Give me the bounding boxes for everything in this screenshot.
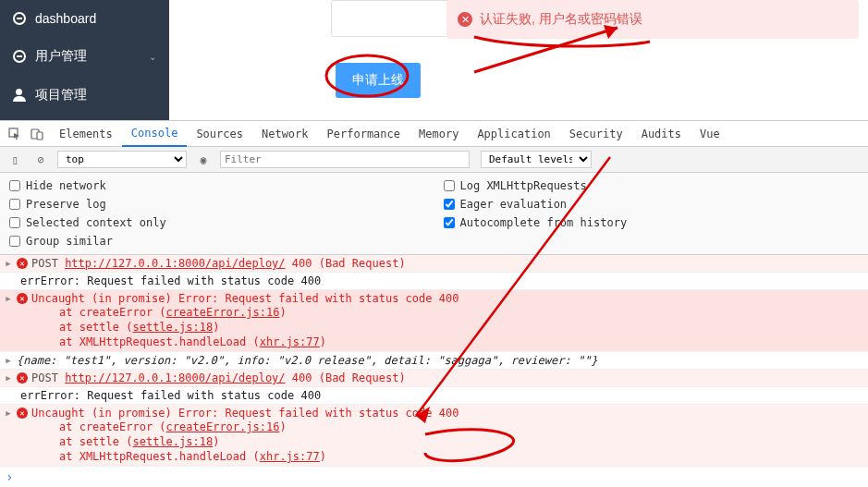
sidebar-item-0[interactable]: dashboard	[0, 0, 169, 37]
checkbox-icon[interactable]	[9, 180, 20, 191]
devtools-panel: ElementsConsoleSourcesNetworkPerformance…	[0, 120, 868, 487]
console-row-0[interactable]: ▶✕POST http://127.0.0.1:8000/api/deploy/…	[0, 255, 868, 273]
console-row-3[interactable]: ▶{name: "test1", version: "v2.0", info: …	[0, 352, 868, 370]
setting-label: Hide network	[26, 179, 106, 192]
checkbox-icon[interactable]	[9, 217, 20, 228]
submit-button[interactable]: 申请上线	[336, 63, 421, 98]
context-select[interactable]: top	[57, 151, 187, 168]
checkbox-icon[interactable]	[9, 199, 20, 210]
error-icon: ✕	[458, 12, 472, 27]
tab-console[interactable]: Console	[122, 121, 188, 147]
chevron-down-icon: ⌄	[149, 52, 156, 62]
tab-sources[interactable]: Sources	[187, 121, 252, 147]
console-row-5[interactable]: errError: Request failed with status cod…	[0, 387, 868, 405]
tab-elements[interactable]: Elements	[50, 121, 122, 147]
checkbox-icon[interactable]	[444, 180, 455, 191]
sidebar-item-1[interactable]: 用户管理⌄	[0, 37, 169, 76]
console-row-4[interactable]: ▶✕POST http://127.0.0.1:8000/api/deploy/…	[0, 370, 868, 387]
inspect-icon[interactable]	[6, 125, 24, 143]
devtools-tabs: ElementsConsoleSourcesNetworkPerformance…	[0, 121, 868, 147]
clear-console-icon[interactable]: ⊘	[31, 151, 50, 169]
checkbox-icon[interactable]	[444, 199, 455, 210]
setting-label: Preserve log	[26, 198, 106, 211]
alert-error: ✕ 认证失败, 用户名或密码错误	[446, 0, 859, 39]
tab-application[interactable]: Application	[468, 121, 559, 147]
console-row-1[interactable]: errError: Request failed with status cod…	[0, 273, 868, 290]
alert-text: 认证失败, 用户名或密码错误	[480, 11, 642, 28]
checkbox-icon[interactable]	[9, 236, 20, 247]
checkbox-icon[interactable]	[444, 217, 455, 228]
tab-security[interactable]: Security	[560, 121, 632, 147]
setting-label: Selected context only	[26, 216, 166, 229]
user-icon	[13, 89, 26, 102]
sidebar-item-2[interactable]: 项目管理	[0, 76, 169, 115]
setting-left-3[interactable]: Group similar	[9, 232, 425, 250]
tab-network[interactable]: Network	[252, 121, 318, 147]
tab-performance[interactable]: Performance	[318, 121, 410, 147]
eye-icon[interactable]: ◉	[194, 151, 213, 169]
setting-left-1[interactable]: Preserve log	[9, 195, 425, 213]
setting-label: Eager evaluation	[460, 198, 568, 211]
device-toggle-icon[interactable]	[28, 125, 46, 143]
circle-icon	[13, 50, 26, 63]
filter-input[interactable]	[220, 151, 470, 168]
console-prompt[interactable]	[0, 467, 868, 487]
main-area: ✕ 认证失败, 用户名或密码错误 申请上线	[169, 0, 868, 120]
setting-left-0[interactable]: Hide network	[9, 177, 425, 195]
circle-icon	[13, 12, 26, 25]
console-output: ▶✕POST http://127.0.0.1:8000/api/deploy/…	[0, 255, 868, 467]
setting-label: Group similar	[26, 235, 113, 248]
console-row-6[interactable]: ▶✕Uncaught (in promise) Error: Request f…	[0, 405, 868, 467]
console-settings: Hide networkPreserve logSelected context…	[0, 173, 868, 255]
setting-right-2[interactable]: Autocomplete from history	[444, 213, 860, 232]
console-toolbar: ▯ ⊘ top ◉ Default levels	[0, 147, 868, 173]
console-row-2[interactable]: ▶✕Uncaught (in promise) Error: Request f…	[0, 290, 868, 352]
setting-label: Log XMLHttpRequests	[460, 179, 587, 192]
setting-right-0[interactable]: Log XMLHttpRequests	[444, 177, 860, 195]
tab-audits[interactable]: Audits	[632, 121, 691, 147]
setting-label: Autocomplete from history	[460, 216, 628, 229]
sidebar-item-label: 项目管理	[35, 87, 87, 103]
sidebar: dashboard用户管理⌄项目管理	[0, 0, 169, 120]
svg-rect-3	[37, 132, 43, 140]
sidebar-toggle-icon[interactable]: ▯	[6, 151, 24, 169]
setting-right-1[interactable]: Eager evaluation	[444, 195, 860, 213]
setting-left-2[interactable]: Selected context only	[9, 213, 425, 232]
tab-vue[interactable]: Vue	[691, 121, 729, 147]
sidebar-item-label: dashboard	[35, 11, 96, 26]
tab-memory[interactable]: Memory	[410, 121, 468, 147]
levels-select[interactable]: Default levels	[481, 151, 592, 168]
sidebar-item-label: 用户管理	[35, 48, 87, 65]
